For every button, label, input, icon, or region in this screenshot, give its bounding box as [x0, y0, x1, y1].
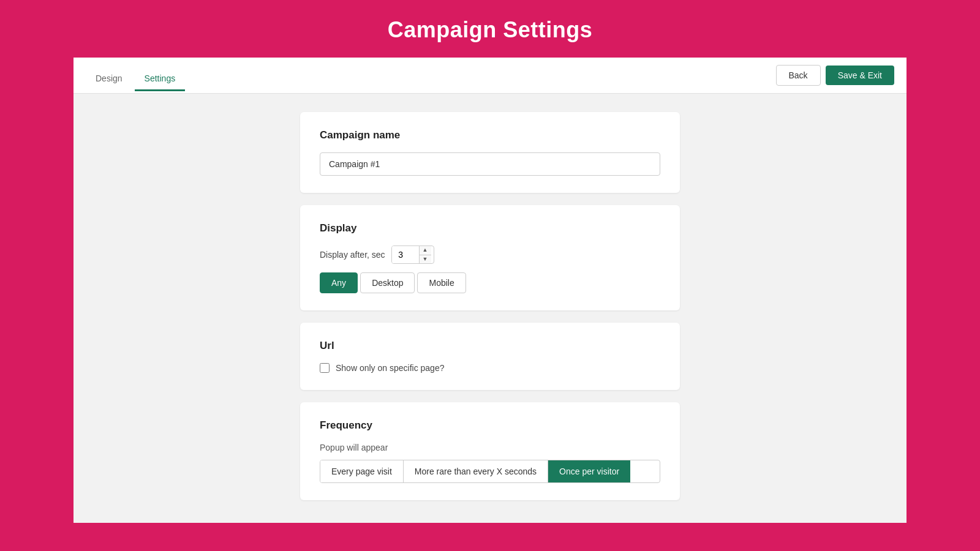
seconds-input[interactable]: 3 [392, 246, 419, 263]
campaign-name-input[interactable] [320, 152, 660, 176]
spinner-up-button[interactable]: ▲ [420, 246, 431, 255]
tab-design[interactable]: Design [86, 67, 132, 91]
back-button[interactable]: Back [776, 65, 821, 86]
specific-page-checkbox[interactable] [320, 363, 330, 373]
display-after-row: Display after, sec 3 ▲ ▼ [320, 246, 660, 264]
specific-page-checkbox-row[interactable]: Show only on specific page? [320, 363, 660, 373]
display-after-label: Display after, sec [320, 250, 385, 260]
popup-will-appear-label: Popup will appear [320, 443, 660, 452]
display-card: Display Display after, sec 3 ▲ ▼ Any Des… [300, 205, 680, 310]
page-header: Campaign Settings [0, 0, 980, 58]
url-title: Url [320, 340, 660, 352]
page-title: Campaign Settings [0, 17, 980, 43]
device-btn-any[interactable]: Any [320, 272, 358, 293]
frequency-card: Frequency Popup will appear Every page v… [300, 402, 680, 500]
top-bar: Design Settings Back Save & Exit [74, 58, 907, 94]
spinner-buttons: ▲ ▼ [419, 246, 431, 263]
campaign-name-form [320, 152, 660, 176]
save-exit-button[interactable]: Save & Exit [826, 66, 894, 85]
seconds-spinner: 3 ▲ ▼ [391, 246, 434, 264]
device-btn-mobile[interactable]: Mobile [417, 272, 466, 293]
content-area: Campaign name Display Display after, sec… [74, 94, 907, 519]
display-title: Display [320, 222, 660, 234]
frequency-title: Frequency [320, 419, 660, 432]
device-btn-desktop[interactable]: Desktop [360, 272, 415, 293]
campaign-name-title: Campaign name [320, 129, 660, 141]
device-buttons: Any Desktop Mobile [320, 272, 660, 293]
freq-btn-every-page-visit[interactable]: Every page visit [320, 460, 404, 482]
tabs: Design Settings [86, 67, 185, 91]
specific-page-label: Show only on specific page? [336, 363, 444, 373]
campaign-name-card: Campaign name [300, 112, 680, 193]
url-card: Url Show only on specific page? [300, 323, 680, 390]
freq-btn-more-rare[interactable]: More rare than every X seconds [404, 460, 548, 482]
spinner-down-button[interactable]: ▼ [420, 255, 431, 264]
frequency-buttons: Every page visit More rare than every X … [320, 460, 660, 483]
freq-btn-once-per-visitor[interactable]: Once per visitor [548, 460, 630, 482]
main-container: Design Settings Back Save & Exit Campaig… [74, 58, 907, 523]
tab-settings[interactable]: Settings [135, 67, 186, 91]
top-bar-actions: Back Save & Exit [776, 65, 895, 93]
